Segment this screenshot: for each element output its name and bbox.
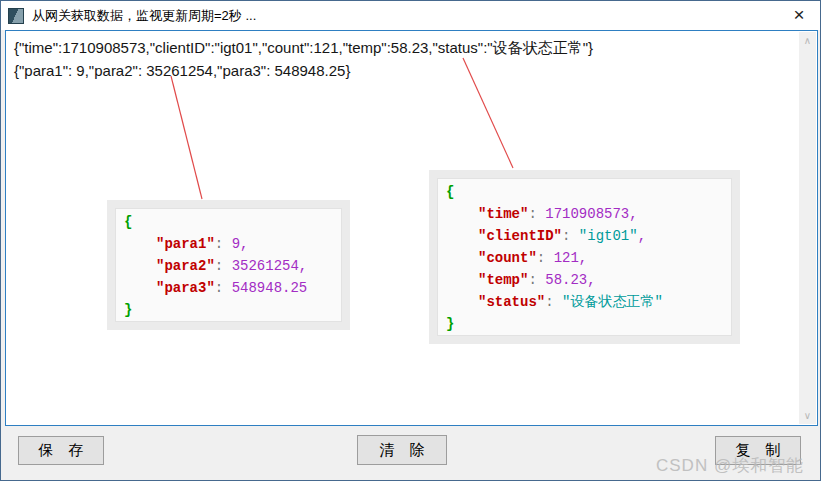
app-icon [8, 8, 24, 24]
raw-json-line-2: {"para1": 9,"para2": 35261254,"para3": 5… [14, 59, 809, 82]
json-value: 9 [232, 236, 240, 252]
json-separator: : [215, 236, 232, 252]
json-key: "status" [478, 294, 545, 310]
json-card-device: { "time": 1710908573, "clientID": "igt01… [429, 170, 740, 344]
json-card-para-code: { "para1": 9, "para2": 35261254, "para3"… [115, 208, 342, 322]
json-key: "clientID" [478, 228, 562, 244]
scroll-down-icon[interactable]: ∨ [799, 407, 816, 424]
code-line: { [124, 211, 333, 233]
json-value: 548948.25 [232, 280, 308, 296]
json-separator: : [545, 294, 562, 310]
json-key: "para3" [156, 280, 215, 296]
json-key: "time" [478, 206, 528, 222]
json-separator: : [215, 280, 232, 296]
code-line: "temp": 58.23, [446, 269, 723, 291]
window-title: 从网关获取数据，监视更新周期=2秒 ... [32, 7, 256, 25]
json-value: "设备状态正常" [562, 294, 663, 310]
json-comma: , [629, 206, 637, 222]
code-line: "status": "设备状态正常" [446, 291, 723, 313]
json-separator: : [528, 272, 545, 288]
scroll-up-icon[interactable]: ∧ [799, 32, 816, 49]
code-line: "para3": 548948.25 [124, 277, 333, 299]
json-value: 1710908573 [545, 206, 629, 222]
open-brace: { [124, 214, 132, 230]
close-brace: } [446, 316, 454, 332]
close-brace: } [124, 302, 132, 318]
raw-json-output: {"time":1710908573,"clientID":"igt01","c… [6, 31, 817, 87]
json-separator: : [215, 258, 232, 274]
code-line: } [124, 299, 333, 321]
open-brace: { [446, 184, 454, 200]
json-card-device-code: { "time": 1710908573, "clientID": "igt01… [437, 178, 732, 336]
code-line: "para2": 35261254, [124, 255, 333, 277]
json-value: 58.23 [545, 272, 587, 288]
json-comma: , [638, 228, 646, 244]
json-comma: , [587, 272, 595, 288]
json-comma: , [579, 250, 587, 266]
raw-json-line-1: {"time":1710908573,"clientID":"igt01","c… [14, 36, 809, 59]
json-comma: , [299, 258, 307, 274]
save-button[interactable]: 保 存 [18, 436, 104, 465]
title-bar: 从网关获取数据，监视更新周期=2秒 ... × [1, 1, 820, 30]
json-key: "para2" [156, 258, 215, 274]
json-key: "count" [478, 250, 537, 266]
clear-button[interactable]: 清 除 [357, 435, 447, 465]
json-value: "igt01" [579, 228, 638, 244]
json-comma: , [240, 236, 248, 252]
code-line: "time": 1710908573, [446, 203, 723, 225]
json-card-para: { "para1": 9, "para2": 35261254, "para3"… [107, 200, 350, 330]
copy-button[interactable]: 复 制 [715, 436, 801, 465]
json-value: 121 [554, 250, 579, 266]
close-icon[interactable]: × [786, 3, 812, 27]
app-window: 从网关获取数据，监视更新周期=2秒 ... × {"time":17109085… [0, 0, 821, 481]
code-line: "clientID": "igt01", [446, 225, 723, 247]
vertical-scrollbar[interactable]: ∧ ∨ [799, 32, 816, 424]
json-separator: : [537, 250, 554, 266]
json-viewer-panel[interactable]: {"time":1710908573,"clientID":"igt01","c… [5, 30, 818, 426]
json-separator: : [528, 206, 545, 222]
json-value: 35261254 [232, 258, 299, 274]
code-line: "para1": 9, [124, 233, 333, 255]
code-line: "count": 121, [446, 247, 723, 269]
json-key: "para1" [156, 236, 215, 252]
json-separator: : [562, 228, 579, 244]
code-line: } [446, 313, 723, 335]
json-key: "temp" [478, 272, 528, 288]
code-line: { [446, 181, 723, 203]
